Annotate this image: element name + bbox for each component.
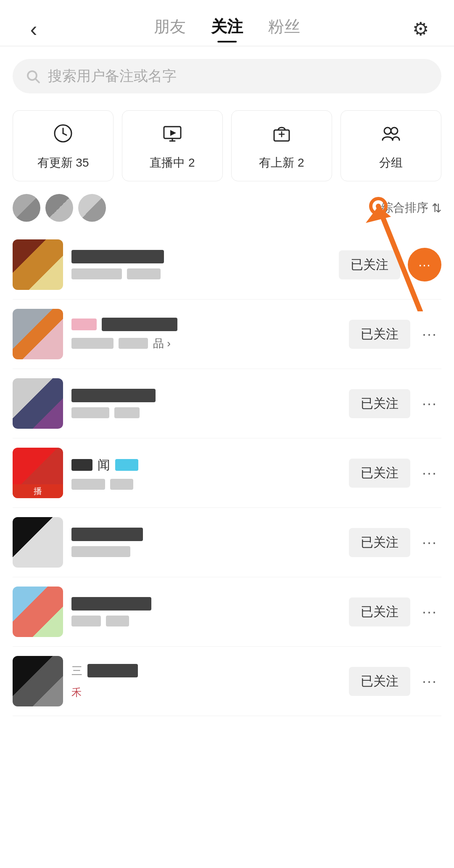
user-info-1 (71, 250, 330, 279)
search-bar[interactable]: 搜索用户备注或名字 (13, 59, 441, 93)
sort-button[interactable]: 综合排序 ⇅ (381, 200, 441, 216)
user-sub-3 (71, 407, 109, 418)
svg-line-4 (63, 133, 66, 135)
more-button-6[interactable]: ··· (418, 600, 441, 624)
user-sub-3b (114, 407, 140, 418)
user-actions-6: 已关注 ··· (349, 597, 441, 626)
user-actions-1: 已关注 ··· (339, 248, 441, 281)
follow-button-2[interactable]: 已关注 (349, 320, 410, 349)
user-info-5 (71, 528, 340, 557)
follow-button-4[interactable]: 已关注 (349, 459, 410, 488)
user-avatar-1[interactable] (13, 239, 63, 290)
settings-button[interactable]: ⚙ (404, 18, 437, 40)
follow-button-5[interactable]: 已关注 (349, 528, 410, 557)
nav-tabs: 朋友 关注 粉丝 (154, 16, 300, 42)
user-name-3 (71, 389, 156, 402)
tab-fans[interactable]: 粉丝 (268, 16, 300, 42)
user-name-4a (71, 459, 92, 471)
user-list: 已关注 ··· 品 › 已关注 ··· (0, 230, 454, 716)
filter-label-updates: 有更新 35 (37, 155, 89, 171)
recent-avatar-2[interactable] (45, 194, 73, 222)
user-avatar-6[interactable] (13, 587, 63, 637)
svg-point-12 (384, 127, 391, 134)
user-info-7: 三 禾 (71, 664, 340, 699)
user-sub-4b (110, 479, 133, 490)
user-name-7a: 三 (71, 664, 82, 678)
more-button-circle-1[interactable]: ··· (408, 248, 441, 281)
user-sub-2b (119, 338, 148, 349)
group-icon (380, 122, 402, 149)
follow-button-7[interactable]: 已关注 (349, 667, 410, 696)
user-actions-3: 已关注 ··· (349, 389, 441, 418)
header: ‹ 朋友 关注 粉丝 ⚙ (0, 0, 454, 46)
user-sub-6b (106, 616, 129, 626)
user-name-5 (71, 528, 143, 541)
user-sub-6 (71, 616, 101, 626)
clock-icon (52, 122, 74, 149)
user-avatar-2[interactable] (13, 309, 63, 359)
recent-avatar-3[interactable] (78, 194, 106, 222)
user-info-6 (71, 597, 340, 626)
filter-label-live: 直播中 2 (150, 155, 195, 171)
tab-friends[interactable]: 朋友 (154, 16, 186, 42)
more-button-4[interactable]: ··· (418, 461, 441, 485)
search-placeholder: 搜索用户备注或名字 (48, 66, 177, 86)
live-badge-4: 播 (13, 484, 63, 498)
svg-marker-6 (170, 130, 176, 136)
user-actions-5: 已关注 ··· (349, 528, 441, 557)
recent-avatar-1[interactable] (13, 194, 40, 222)
svg-point-13 (391, 127, 398, 134)
user-sub-1b (127, 268, 161, 279)
user-actions-2: 已关注 ··· (349, 320, 441, 349)
user-actions-7: 已关注 ··· (349, 667, 441, 696)
product-tag-2: 品 › (153, 336, 171, 351)
user-sub-1 (71, 268, 122, 279)
filter-tiles: 有更新 35 直播中 2 有上新 2 (0, 102, 454, 194)
user-item-2: 品 › 已关注 ··· (13, 300, 441, 369)
user-sub-7a: 禾 (71, 686, 82, 699)
follow-button-3[interactable]: 已关注 (349, 389, 410, 418)
more-button-7[interactable]: ··· (418, 669, 441, 693)
user-info-4: 闻 (71, 457, 340, 490)
filter-tile-live[interactable]: 直播中 2 (122, 110, 223, 181)
follow-button-1[interactable]: 已关注 (339, 250, 400, 279)
user-actions-4: 已关注 ··· (349, 459, 441, 488)
tab-following[interactable]: 关注 (211, 16, 243, 42)
user-sub-2 (71, 338, 114, 349)
more-button-2[interactable]: ··· (418, 322, 441, 346)
filter-label-new: 有上新 2 (259, 155, 304, 171)
user-name-2b (102, 318, 177, 331)
filter-tile-updates[interactable]: 有更新 35 (13, 110, 114, 181)
more-button-5[interactable]: ··· (418, 530, 441, 555)
live-tv-icon (161, 122, 183, 149)
follow-button-6[interactable]: 已关注 (349, 597, 410, 626)
user-info-2: 品 › (71, 318, 340, 351)
filter-tile-new[interactable]: 有上新 2 (231, 110, 332, 181)
more-button-3[interactable]: ··· (418, 391, 441, 416)
user-avatar-3[interactable] (13, 378, 63, 429)
bag-icon (271, 122, 293, 149)
user-name-4b: 闻 (98, 457, 110, 474)
recent-avatars (13, 194, 106, 222)
search-section: 搜索用户备注或名字 (0, 46, 454, 102)
search-icon (25, 69, 40, 84)
user-item-1: 已关注 ··· (13, 230, 441, 300)
user-sub-5 (71, 546, 130, 557)
svg-line-1 (36, 79, 39, 82)
user-sub-4 (71, 479, 105, 490)
back-button[interactable]: ‹ (17, 17, 50, 41)
user-avatar-4[interactable]: 播 (13, 448, 63, 498)
user-name-1 (71, 250, 164, 263)
recent-row: 综合排序 ⇅ (0, 194, 454, 230)
user-item-3: 已关注 ··· (13, 369, 441, 438)
user-name-6 (71, 597, 151, 611)
user-item-5: 已关注 ··· (13, 508, 441, 577)
user-avatar-5[interactable] (13, 517, 63, 568)
user-avatar-7[interactable] (13, 656, 63, 706)
sort-icon: ⇅ (432, 201, 441, 215)
user-name-7b (87, 664, 138, 677)
filter-tile-group[interactable]: 分组 (340, 110, 441, 181)
user-name-2a (71, 319, 97, 330)
user-name-4c (115, 459, 138, 471)
user-item-6: 已关注 ··· (13, 577, 441, 647)
